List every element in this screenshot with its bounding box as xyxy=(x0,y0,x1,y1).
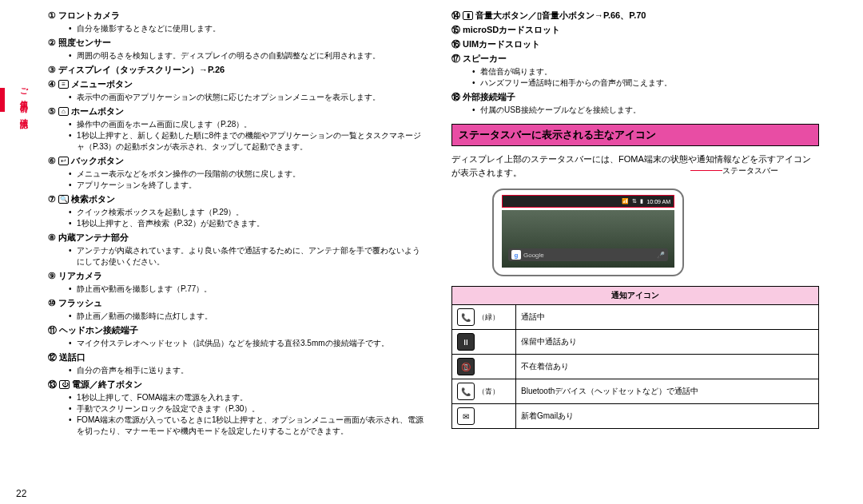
item-bullet: 静止画／動画の撮影時に点灯します。 xyxy=(69,311,428,322)
hardware-item: ⑫送話口自分の音声を相手に送ります。 xyxy=(48,351,428,376)
item-title-text: 送話口 xyxy=(59,351,86,363)
page-body: ①フロントカメラ自分を撮影するときなどに使用します。②照度センサー周囲の明るさを… xyxy=(0,0,863,449)
item-bullets: 自分の音声を相手に送ります。 xyxy=(48,365,428,376)
item-title: ⑦🔍検索ボタン xyxy=(48,193,428,205)
mic-icon: 🎤 xyxy=(657,252,665,259)
hardware-item: ⑧内蔵アンテナ部分アンテナが内蔵されています。より良い条件で通話するために、アン… xyxy=(48,232,428,268)
table-row: 📞（青）Bluetoothデバイス（ヘッドセットなど）で通話中 xyxy=(452,379,819,404)
section-heading-bar: ステータスバーに表示される主なアイコン xyxy=(451,124,819,146)
item-number: ⑥ xyxy=(48,156,56,166)
hardware-item: ⑭▮音量大ボタン／▯音量小ボタン→P.66、P.70 xyxy=(451,10,819,22)
item-title: ⑧内蔵アンテナ部分 xyxy=(48,232,428,244)
hardware-item: ⑪ヘッドホン接続端子マイク付ステレオヘッドセット（試供品）などを接続する直径3.… xyxy=(48,324,428,349)
hardware-item: ⑨リアカメラ静止画や動画を撮影します（P.77）。 xyxy=(48,270,428,295)
item-number: ⑤ xyxy=(48,106,56,117)
search-placeholder-text: Google xyxy=(523,252,544,259)
table-header: 通知アイコン xyxy=(452,287,819,305)
item-bullet: 1秒以上押して、FOMA端末の電源を入れます。 xyxy=(69,392,428,403)
button-glyph-icon: 🔍 xyxy=(58,195,69,204)
item-bullet: ハンズフリー通話時に相手からの音声が聞こえます。 xyxy=(472,77,819,89)
item-title-text: フロントカメラ xyxy=(58,10,120,22)
icon-description: Bluetoothデバイス（ヘッドセットなど）で通話中 xyxy=(516,379,819,404)
item-title-text: メニューボタン xyxy=(71,78,133,90)
item-title: ⑮microSDカードスロット xyxy=(451,24,819,36)
section-title: ステータスバーに表示される主なアイコン xyxy=(459,129,656,141)
callout-line xyxy=(690,170,722,171)
hardware-item: ⑬⏻電源／終了ボタン1秒以上押して、FOMA端末の電源を入れます。手動でスクリー… xyxy=(48,379,428,437)
item-bullets: 1秒以上押して、FOMA端末の電源を入れます。手動でスクリーンロックを設定できま… xyxy=(48,392,428,437)
item-number: ④ xyxy=(48,79,56,89)
button-glyph-icon: ⌂ xyxy=(58,107,69,116)
item-number: ⑯ xyxy=(451,38,460,50)
item-bullet: 付属のUSB接続ケーブルなどを接続します。 xyxy=(472,105,819,116)
battery-icon: ▮ xyxy=(640,198,643,204)
table-row: 📵不在着信あり xyxy=(452,355,819,379)
table-row: ✉新着Gmailあり xyxy=(452,404,819,429)
item-number: ⑮ xyxy=(451,24,460,36)
phone-hold-icon: ⏸ xyxy=(457,333,475,351)
right-column: ⑭▮音量大ボタン／▯音量小ボタン→P.66、P.70⑮microSDカードスロッ… xyxy=(439,10,831,439)
item-bullet: アンテナが内蔵されています。より良い条件で通話するために、アンテナ部を手で覆わな… xyxy=(69,245,428,268)
hardware-item: ⑯UIMカードスロット xyxy=(451,38,819,50)
item-bullets: 操作中の画面をホーム画面に戻します（P.28）。1秒以上押すと、新しく起動した順… xyxy=(48,119,428,153)
icon-cell: 📞（緑） xyxy=(452,305,516,330)
hardware-item: ⑩フラッシュ静止画／動画の撮影時に点灯します。 xyxy=(48,297,428,322)
item-bullet: アプリケーションを終了します。 xyxy=(69,180,428,191)
item-title: ⑥↩バックボタン xyxy=(48,155,428,167)
statusbar-clock: 10:09 AM xyxy=(646,199,670,204)
item-number: ⑩ xyxy=(48,298,56,308)
item-title-text: ホームボタン xyxy=(71,105,124,117)
icon-description: 保留中通話あり xyxy=(516,330,819,355)
icon-cell: 📵 xyxy=(452,355,516,379)
item-title: ③ディスプレイ（タッチスクリーン）→P.26 xyxy=(48,64,428,76)
hardware-item: ④≡メニューボタン表示中の画面やアプリケーションの状態に応じたオプションメニュー… xyxy=(48,78,428,103)
item-title-text: 電源／終了ボタン xyxy=(72,379,142,391)
button-glyph-icon: ▮ xyxy=(463,11,473,20)
item-title: ⑤⌂ホームボタン xyxy=(48,105,428,117)
item-title-text: 音量大ボタン／▯音量小ボタン→P.66、P.70 xyxy=(475,10,646,22)
item-number: ① xyxy=(48,10,56,21)
item-title-text: バックボタン xyxy=(71,155,124,167)
table-row: 📞（緑）通話中 xyxy=(452,305,819,330)
button-glyph-icon: ↩ xyxy=(58,157,69,165)
phone-search-bar: g Google 🎤 xyxy=(508,248,668,261)
item-bullet: 表示中の画面やアプリケーションの状態に応じたオプションメニューを表示します。 xyxy=(69,92,428,103)
hardware-item: ①フロントカメラ自分を撮影するときなどに使用します。 xyxy=(48,10,428,34)
icon-description: 不在着信あり xyxy=(516,355,819,379)
hardware-item: ⑰スピーカー着信音が鳴ります。ハンズフリー通話時に相手からの音声が聞こえます。 xyxy=(451,53,819,89)
phone-body-illustration: 📶 ⇅ ▮ 10:09 AM g Google 🎤 xyxy=(492,189,684,276)
item-title: ⑰スピーカー xyxy=(451,53,819,65)
item-title: ⑪ヘッドホン接続端子 xyxy=(48,324,428,336)
phone-bt-icon: 📞 xyxy=(457,383,475,400)
item-number: ⑫ xyxy=(48,351,57,363)
item-bullet: 手動でスクリーンロックを設定できます（P.30）。 xyxy=(69,403,428,415)
item-title: ⑫送話口 xyxy=(48,351,428,363)
icon-cell: ✉ xyxy=(452,404,516,429)
icon-description: 新着Gmailあり xyxy=(516,404,819,429)
hardware-item: ③ディスプレイ（タッチスクリーン）→P.26 xyxy=(48,64,428,76)
item-number: ③ xyxy=(48,65,56,75)
item-bullets: 自分を撮影するときなどに使用します。 xyxy=(48,23,428,34)
item-title: ⑭▮音量大ボタン／▯音量小ボタン→P.66、P.70 xyxy=(451,10,819,22)
table-row: ⏸保留中通話あり xyxy=(452,330,819,355)
button-glyph-icon: ≡ xyxy=(58,80,69,89)
item-title: ④≡メニューボタン xyxy=(48,78,428,90)
item-bullet: 着信音が鳴ります。 xyxy=(472,66,819,77)
icon-cell: ⏸ xyxy=(452,330,516,355)
item-bullets: 静止画や動画を撮影します（P.77）。 xyxy=(48,284,428,295)
item-title: ①フロントカメラ xyxy=(48,10,428,22)
wifi-icon: ⇅ xyxy=(632,198,637,204)
button-glyph-icon: ⏻ xyxy=(59,380,70,389)
item-bullets: 付属のUSB接続ケーブルなどを接続します。 xyxy=(451,105,819,116)
item-title-text: ヘッドホン接続端子 xyxy=(59,324,138,336)
item-bullets: 表示中の画面やアプリケーションの状態に応じたオプションメニューを表示します。 xyxy=(48,92,428,103)
page-number: 22 xyxy=(16,488,26,499)
item-title-text: スピーカー xyxy=(463,53,507,65)
item-bullet: 自分の音声を相手に送ります。 xyxy=(69,365,428,376)
item-number: ⑰ xyxy=(451,53,460,65)
item-number: ⑱ xyxy=(451,91,460,103)
signal-icon: 📶 xyxy=(622,198,629,204)
item-title: ⑩フラッシュ xyxy=(48,297,428,309)
hardware-item: ⑤⌂ホームボタン操作中の画面をホーム画面に戻します（P.28）。1秒以上押すと、… xyxy=(48,105,428,153)
item-bullets: メニュー表示などをボタン操作の一段階前の状態に戻します。アプリケーションを終了し… xyxy=(48,169,428,191)
